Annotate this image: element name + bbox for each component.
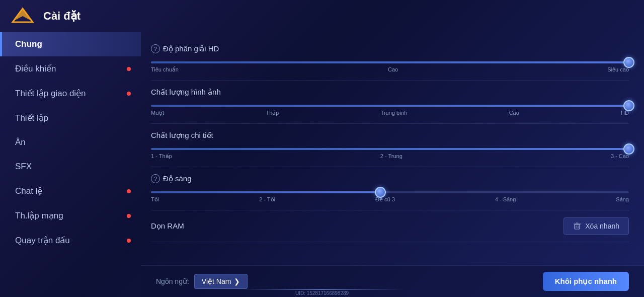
sidebar-item-an[interactable]: Ân (0, 130, 141, 155)
do-phan-giai-slider[interactable]: Tiêu chuẩn Cao Siêu cao (151, 61, 629, 73)
chat-luong-hinh-anh-slider[interactable]: Mượt Thấp Trung bình Cao HD (151, 105, 629, 116)
sidebar: Chung Điều khiển Thiết lập giao diện Thi… (0, 32, 141, 296)
content-panel: ? Độ phân giải HD Tiêu chuẩn Cao Siêu ca… (141, 32, 644, 296)
sidebar-item-quay-tran-dau[interactable]: Quay trận đấu (0, 228, 141, 253)
do-phan-giai-row: ? Độ phân giải HD Tiêu chuẩn Cao Siêu ca… (151, 37, 629, 81)
sidebar-item-thiet-lap[interactable]: Thiết lập (0, 106, 141, 130)
svg-rect-0 (575, 225, 580, 229)
notification-dot (127, 239, 131, 243)
chat-luong-chi-tiet-row: Chất lượng chi tiết 1 - Thấp 2 - Trung 3… (151, 124, 629, 167)
uid-bar: UID: 152817166898289 (0, 288, 644, 297)
notification-dot (127, 67, 131, 71)
sidebar-item-sfx[interactable]: SFX (0, 155, 141, 179)
ngon-ngu-label: Ngôn ngữ: (156, 277, 189, 285)
sidebar-item-dieu-khien[interactable]: Điều khiển (0, 56, 141, 81)
sidebar-item-th-lap-mang[interactable]: Th.lập mạng (0, 203, 141, 228)
help-icon-do-phan-giai[interactable]: ? (151, 44, 160, 53)
chat-luong-chi-tiet-label: Chất lượng chi tiết (151, 131, 629, 140)
trash-icon (573, 222, 581, 230)
notification-dot (127, 189, 131, 193)
do-sang-row: ? Độ sáng Tối 2 - Tối Để cũ 3 4 - Sáng S… (151, 167, 629, 210)
sidebar-item-chat-le[interactable]: Chat lệ (0, 179, 141, 203)
help-icon-do-sang[interactable]: ? (151, 174, 160, 183)
chat-luong-chi-tiet-slider[interactable]: 1 - Thấp 2 - Trung 3 - Cao (151, 148, 629, 160)
do-phan-giai-label: ? Độ phân giải HD (151, 44, 629, 53)
don-ram-label: Dọn RAM (151, 221, 184, 231)
chat-luong-hinh-anh-row: Chất lượng hình ảnh Mượt Thấp Trung bình… (151, 81, 629, 124)
header: Cài đặt (0, 0, 644, 32)
logo-icon (10, 6, 35, 26)
main-layout: Chung Điều khiển Thiết lập giao diện Thi… (0, 32, 644, 296)
notification-dot (127, 92, 131, 96)
language-button[interactable]: Việt Nam ❯ (194, 274, 248, 289)
chevron-right-icon: ❯ (234, 277, 240, 285)
language-section: Ngôn ngữ: Việt Nam ❯ (156, 274, 248, 289)
don-ram-row: Dọn RAM Xóa nhanh (151, 210, 629, 242)
sidebar-item-chung[interactable]: Chung (0, 32, 141, 56)
do-sang-label: ? Độ sáng (151, 174, 629, 183)
page-title: Cài đặt (43, 10, 80, 23)
sidebar-item-thiet-lap-giao-dien[interactable]: Thiết lập giao diện (0, 81, 141, 106)
uid-underline-decoration (242, 289, 403, 290)
xoa-nhanh-button[interactable]: Xóa nhanh (564, 217, 629, 235)
do-sang-slider[interactable]: Tối 2 - Tối Để cũ 3 4 - Sáng Sáng (151, 191, 629, 203)
chat-luong-hinh-anh-label: Chất lượng hình ảnh (151, 88, 629, 97)
notification-dot (127, 214, 131, 218)
